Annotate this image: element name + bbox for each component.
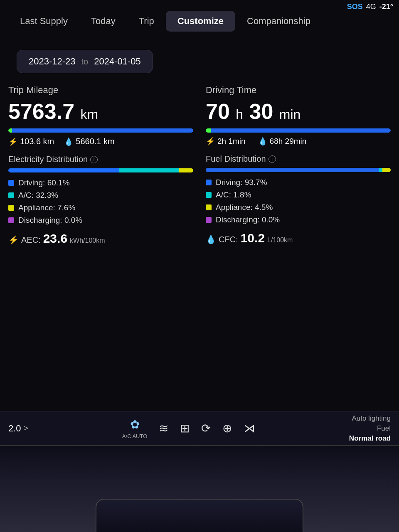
bottom-bar: 2.0 > ✿ A/C AUTO ≋ ⊞ ⟳ ⊕ ⋊ Auto lighting… xyxy=(0,411,399,445)
legend-discharging-elec: Discharging: 0.0% xyxy=(8,216,193,225)
date-end: 2024-01-05 xyxy=(94,56,141,67)
version-arrow[interactable]: > xyxy=(24,424,29,433)
date-range[interactable]: 2023-12-23 to 2024-01-05 xyxy=(17,50,153,73)
left-panel: Trip Mileage 5763.7 km ⚡ 103.6 km 💧 5660… xyxy=(8,85,193,246)
legend-appliance-fuel: Appliance: 4.5% xyxy=(206,203,391,212)
tab-customize[interactable]: Customize xyxy=(166,11,235,32)
physical-bottom xyxy=(0,445,399,532)
recirculate-control[interactable]: ⟳ xyxy=(201,421,211,435)
electric-km: ⚡ 103.6 km xyxy=(8,137,54,146)
aec-bolt-icon: ⚡ xyxy=(8,235,19,245)
cfc-metric: 💧 CFC: 10.2 L/100km xyxy=(206,231,391,245)
fuel-dist-title: Fuel Distribution i xyxy=(206,154,391,164)
drop-icon: 💧 xyxy=(64,137,73,146)
bolt-icon: ⚡ xyxy=(8,137,17,146)
legend-ac-elec: A/C: 32.3% xyxy=(8,191,193,200)
driving-mode-labels: Auto lighting Fuel Normal road xyxy=(349,414,391,443)
legend-ac-fuel: A/C: 1.8% xyxy=(206,190,391,200)
electricity-info-icon[interactable]: i xyxy=(90,156,98,163)
electricity-dist-bar xyxy=(8,168,193,172)
time-drop-icon: 💧 xyxy=(258,137,267,146)
climate-controls: ✿ A/C AUTO ≋ ⊞ ⟳ ⊕ ⋊ xyxy=(122,418,255,439)
driving-time-value: 70 h 30 min xyxy=(206,100,391,123)
tab-companionship[interactable]: Companionship xyxy=(235,11,322,32)
auto-lighting-label[interactable]: Auto lighting xyxy=(352,414,391,423)
time-bolt-icon: ⚡ xyxy=(206,137,215,146)
tab-last-supply[interactable]: Last Supply xyxy=(8,11,79,32)
normal-road-label[interactable]: Normal road xyxy=(349,434,391,443)
fuel-km: 💧 5660.1 km xyxy=(64,137,114,146)
main-content: Trip Mileage 5763.7 km ⚡ 103.6 km 💧 5660… xyxy=(8,85,391,246)
legend-discharging-fuel: Discharging: 0.0% xyxy=(206,215,391,224)
cfc-drop-icon: 💧 xyxy=(206,234,216,244)
ac-icon: ✿ xyxy=(130,418,140,431)
fan-control[interactable]: ⋊ xyxy=(244,421,255,435)
recirculate-icon: ⟳ xyxy=(201,421,211,435)
fuel-time: 💧 68h 29min xyxy=(258,137,307,146)
electricity-dist-title: Electricity Distribution i xyxy=(8,155,193,164)
signal-indicator: 4G xyxy=(366,2,376,11)
wheel-heat-icon: ⊞ xyxy=(180,421,190,435)
mileage-progress-bar xyxy=(8,128,193,133)
time-sub-stats: ⚡ 2h 1min 💧 68h 29min xyxy=(206,137,391,146)
tab-today[interactable]: Today xyxy=(79,11,127,32)
time-progress-bar xyxy=(206,128,391,133)
ac-control[interactable]: ✿ A/C AUTO xyxy=(122,418,147,439)
legend-appliance-elec: Appliance: 7.6% xyxy=(8,203,193,212)
wheel-heat-control[interactable]: ⊞ xyxy=(180,421,190,435)
trip-mileage-value: 5763.7 km xyxy=(8,100,193,123)
date-start: 2023-12-23 xyxy=(29,56,76,67)
legend-driving-elec: Driving: 60.1% xyxy=(8,178,193,187)
legend-driving-fuel: Driving: 93.7% xyxy=(206,178,391,187)
trip-mileage-title: Trip Mileage xyxy=(8,85,193,96)
fuel-info-icon[interactable]: i xyxy=(268,155,276,163)
air-mode-icon: ⊕ xyxy=(222,421,232,435)
electric-time: ⚡ 2h 1min xyxy=(206,137,246,146)
mileage-sub-stats: ⚡ 103.6 km 💧 5660.1 km xyxy=(8,137,193,146)
vent-grille xyxy=(96,499,303,532)
seat-heat-control[interactable]: ≋ xyxy=(159,421,168,435)
right-panel: Driving Time 70 h 30 min ⚡ 2h 1min 💧 68h… xyxy=(206,85,391,246)
ac-label: A/C AUTO xyxy=(122,433,147,439)
sos-indicator: SOS xyxy=(347,2,363,11)
fuel-label[interactable]: Fuel xyxy=(377,424,391,433)
tab-trip[interactable]: Trip xyxy=(127,11,166,32)
driving-time-title: Driving Time xyxy=(206,85,391,96)
temperature-display: -21° xyxy=(379,2,393,11)
fuel-legend: Driving: 93.7% A/C: 1.8% Appliance: 4.5%… xyxy=(206,178,391,224)
fan-icon: ⋊ xyxy=(244,421,255,435)
air-mode-control[interactable]: ⊕ xyxy=(222,421,232,435)
fuel-dist-bar xyxy=(206,168,391,172)
status-bar: SOS 4G -21° xyxy=(341,0,399,14)
aec-metric: ⚡ AEC: 23.6 kWh/100km xyxy=(8,232,193,246)
electricity-legend: Driving: 60.1% A/C: 32.3% Appliance: 7.6… xyxy=(8,178,193,225)
nav-tabs: Last Supply Today Trip Customize Compani… xyxy=(0,3,399,32)
seat-heat-icon: ≋ xyxy=(159,421,168,435)
date-separator: to xyxy=(81,57,89,66)
version-display: 2.0 > xyxy=(8,423,28,434)
version-number: 2.0 xyxy=(8,423,21,434)
